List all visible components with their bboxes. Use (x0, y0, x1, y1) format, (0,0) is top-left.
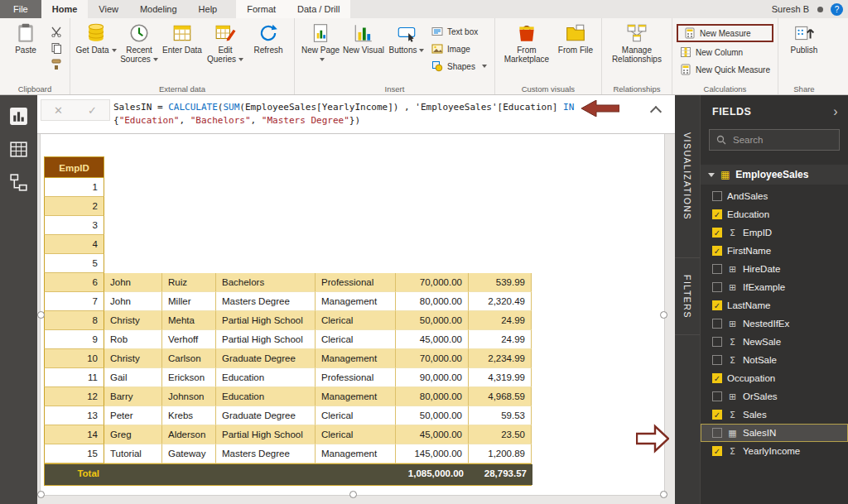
visualizations-pane-tab[interactable]: VISUALIZATIONS (675, 95, 700, 258)
table-node-employeesales[interactable]: EmployeeSales (701, 165, 848, 185)
field-checkbox[interactable]: ✓ (712, 446, 722, 456)
field-item[interactable]: ✓ΣSales (701, 406, 848, 424)
publish-button[interactable]: Publish (783, 21, 826, 56)
table-row[interactable]: 3 (44, 216, 532, 235)
field-checkbox[interactable] (712, 391, 722, 401)
tab-format[interactable]: Format (236, 0, 287, 18)
user-name[interactable]: Suresh B (772, 0, 809, 18)
table-row[interactable]: 13PeterKrebsGraduate DegreeClerical50,00… (44, 406, 532, 425)
field-item[interactable]: ΣNotSale (701, 351, 848, 369)
formula-input[interactable]: SalesIN = CALCULATE(SUM(EmployeeSales[Ye… (113, 101, 637, 127)
data-view-icon[interactable] (8, 139, 29, 160)
get-data-button[interactable]: Get Data (75, 21, 118, 56)
field-item[interactable]: ⊞OrSales (701, 387, 848, 406)
from-file-button[interactable]: From File (554, 21, 597, 56)
table-row[interactable]: 11GailEricksonEducationProfessional90,00… (44, 368, 532, 387)
table-row[interactable]: 2 (44, 197, 532, 216)
resize-handle[interactable] (37, 491, 45, 498)
field-checkbox[interactable] (712, 355, 722, 365)
table-row[interactable]: 15TutorialGatewayMasters DegreeManagemen… (44, 444, 532, 463)
manage-relationships-button[interactable]: Manage Relationships (606, 21, 667, 65)
empid-header-cell[interactable]: EmpID (44, 156, 104, 178)
field-checkbox[interactable]: ✓ (712, 373, 722, 383)
shapes-button[interactable]: Shapes (428, 59, 490, 74)
field-checkbox[interactable]: ✓ (712, 209, 722, 219)
report-view-icon[interactable] (8, 106, 29, 127)
field-checkbox[interactable]: ✓ (712, 300, 722, 310)
new-quick-measure-button[interactable]: New Quick Measure (677, 62, 773, 77)
copy-button[interactable] (49, 41, 64, 54)
field-item[interactable]: ▦SalesIN (701, 424, 848, 442)
enter-data-button[interactable]: Enter Data (161, 21, 204, 56)
new-page-button[interactable]: New Page (299, 21, 342, 65)
field-item[interactable]: ✓ΣEmpID (701, 223, 848, 242)
resize-handle[interactable] (37, 311, 45, 319)
tab-home[interactable]: Home (41, 0, 89, 18)
field-checkbox[interactable] (712, 319, 722, 329)
recent-sources-button[interactable]: Recent Sources (118, 21, 161, 65)
buttons-button[interactable]: Buttons (385, 21, 428, 56)
filters-pane-tab[interactable]: FILTERS (675, 258, 700, 335)
tab-view[interactable]: View (88, 0, 129, 18)
table-visual[interactable]: ©tutorialgateway.org EmpID123456JohnRuiz… (40, 134, 665, 496)
new-measure-button[interactable]: New Measure (681, 26, 769, 41)
commit-formula-icon[interactable]: ✓ (88, 104, 97, 117)
field-checkbox[interactable] (712, 337, 722, 347)
table-row[interactable]: 4 (44, 235, 532, 254)
tab-help[interactable]: Help (188, 0, 229, 18)
collapse-formula-bar-icon[interactable] (650, 106, 662, 118)
tab-modeling[interactable]: Modeling (129, 0, 188, 18)
table-row[interactable]: 14GregAldersonPartial High SchoolClerica… (44, 425, 532, 444)
table-row[interactable]: 7JohnMillerMasters DegreeManagement80,00… (44, 292, 532, 311)
search-input[interactable] (731, 134, 834, 146)
report-canvas[interactable]: ©tutorialgateway.org EmpID123456JohnRuiz… (37, 134, 675, 504)
field-checkbox[interactable] (712, 428, 722, 438)
resize-handle[interactable] (349, 491, 357, 498)
field-item[interactable]: ⊞HireDate (701, 260, 848, 278)
hidden-header-cell (104, 156, 162, 178)
field-item[interactable]: ✓FirstName (701, 242, 848, 260)
field-item[interactable]: AndSales (701, 187, 848, 205)
resize-handle[interactable] (660, 311, 667, 319)
table-row[interactable]: 9RobVerhoffPartial High SchoolClerical45… (44, 330, 532, 349)
help-button[interactable]: ? (831, 3, 843, 16)
field-item[interactable]: ✓LastName (701, 296, 848, 314)
expand-collapse-icon[interactable] (708, 173, 715, 177)
tab-file[interactable]: File (0, 0, 41, 18)
field-item[interactable]: ΣNewSale (701, 333, 848, 351)
field-checkbox[interactable]: ✓ (712, 228, 722, 238)
field-item[interactable]: ⊞IfExample (701, 278, 848, 296)
table-cell: 90,000.00 (396, 368, 469, 387)
text-box-button[interactable]: Text box (428, 24, 490, 39)
format-painter-button[interactable] (49, 58, 64, 70)
from-marketplace-button[interactable]: From Marketplace (499, 21, 554, 65)
paste-button[interactable]: Paste (4, 21, 47, 56)
table-row[interactable]: 6JohnRuizBachelorsProfessional70,000.005… (44, 273, 532, 292)
field-checkbox[interactable] (712, 191, 722, 201)
cut-button[interactable] (49, 25, 64, 37)
image-button[interactable]: Image (428, 41, 490, 56)
model-view-icon[interactable] (8, 172, 29, 193)
field-checkbox[interactable] (712, 264, 722, 274)
new-column-button[interactable]: New Column (677, 45, 773, 60)
edit-queries-button[interactable]: Edit Queries (204, 21, 247, 65)
new-visual-button[interactable]: New Visual (342, 21, 385, 56)
field-item[interactable]: ✓Occupation (701, 369, 848, 387)
table-row[interactable]: 1 (44, 178, 532, 197)
field-item[interactable]: ✓ΣYearlyIncome (701, 442, 848, 460)
collapse-fields-pane-icon[interactable]: › (833, 107, 838, 117)
table-row[interactable]: 12BarryJohnsonEducationManagement80,000.… (44, 387, 532, 406)
resize-handle[interactable] (660, 491, 667, 498)
cancel-formula-icon[interactable]: ✕ (54, 104, 63, 117)
field-item[interactable]: ⊞NestedIfEx (701, 314, 848, 333)
table-row[interactable]: 5 (44, 254, 532, 273)
table-cell: Ruiz (162, 273, 216, 292)
tab-data-drill[interactable]: Data / Drill (287, 0, 350, 18)
table-row[interactable]: 10ChristyCarlsonGraduate DegreeManagemen… (44, 349, 532, 368)
field-checkbox[interactable]: ✓ (712, 246, 722, 256)
field-item[interactable]: ✓Education (701, 205, 848, 223)
refresh-button[interactable]: Refresh (247, 21, 290, 56)
table-row[interactable]: 8ChristyMehtaPartial High SchoolClerical… (44, 311, 532, 330)
field-checkbox[interactable] (712, 282, 722, 292)
field-checkbox[interactable]: ✓ (712, 410, 722, 420)
